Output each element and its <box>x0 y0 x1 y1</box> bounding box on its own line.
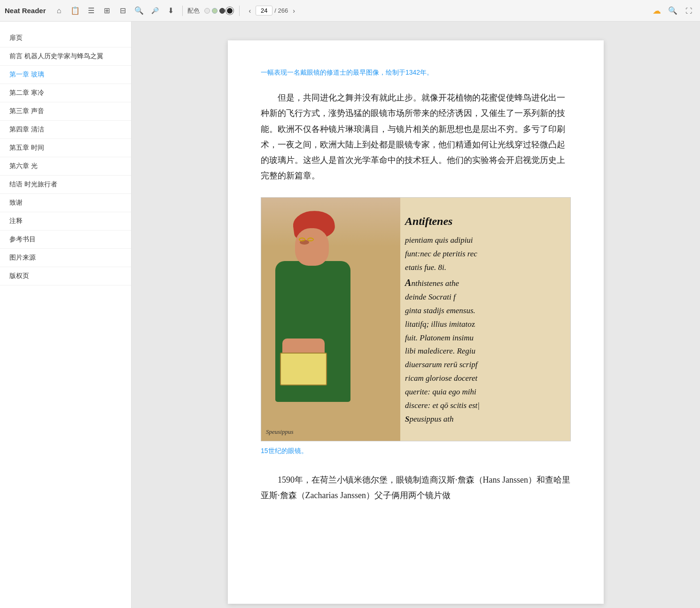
file-icon[interactable]: 📋 <box>69 4 82 17</box>
menu-icon[interactable]: ☰ <box>85 4 98 17</box>
toolbar: Neat Reader ⌂ 📋 ☰ ⊞ ⊟ 🔍 🔎 ⬇ 配色 ‹ / 266 ›… <box>0 0 700 22</box>
page-navigation: ‹ / 266 › <box>246 6 298 15</box>
search-icon-1[interactable]: 🔍 <box>132 4 146 17</box>
app-title: Neat Reader <box>5 7 46 15</box>
image-caption: 15世纪的眼镜。 <box>261 447 571 455</box>
sidebar-item-image-sources[interactable]: 图片来源 <box>0 249 131 267</box>
color-dot-1[interactable] <box>204 8 210 14</box>
image-right-text: Antiftenes pientiam quis adipiui funt:ne… <box>400 198 570 441</box>
grid-icon[interactable]: ⊞ <box>101 4 114 17</box>
color-dot-2[interactable] <box>212 8 218 14</box>
main-layout: 扉页 前言 机器人历史学家与蜂鸟之翼 第一章 玻璃 第二章 寒冷 第三章 声音 … <box>0 22 700 608</box>
image-subscript-left: Speusippus <box>266 428 294 435</box>
next-page-button[interactable]: › <box>290 6 298 15</box>
sidebar-item-ch1[interactable]: 第一章 玻璃 <box>0 66 131 84</box>
sidebar-item-ch3[interactable]: 第三章 声音 <box>0 102 131 121</box>
sidebar-item-notes[interactable]: 注释 <box>0 212 131 231</box>
sidebar-item-ch6[interactable]: 第六章 光 <box>0 157 131 176</box>
separator-1 <box>182 6 183 16</box>
image-latin-text: pientiam quis adipiui funt:nec de pterit… <box>405 234 480 426</box>
page-document: 一幅表现一名戴眼镜的修道士的最早图像，绘制于1342年。 但是，共同进化之舞并没… <box>228 40 604 604</box>
color-dots <box>204 8 233 14</box>
woodcut-image: Speusippus Antiftenes pientiam quis adip… <box>261 197 571 441</box>
color-label: 配色 <box>187 7 200 15</box>
fullscreen-icon[interactable]: ⛶ <box>682 4 695 17</box>
image-title: Antiftenes <box>405 212 452 230</box>
sidebar-item-copyright[interactable]: 版权页 <box>0 267 131 285</box>
color-dot-4[interactable] <box>227 8 233 14</box>
search-icon-2[interactable]: 🔎 <box>148 4 162 17</box>
sidebar-item-cover[interactable]: 扉页 <box>0 29 131 47</box>
download-icon[interactable]: ⬇ <box>164 4 178 17</box>
top-caption: 一幅表现一名戴眼镜的修道士的最早图像，绘制于1342年。 <box>261 69 571 77</box>
page-total: / 266 <box>274 7 288 14</box>
sidebar-item-ch5[interactable]: 第五章 时间 <box>0 139 131 157</box>
image-left-illustration: Speusippus <box>261 198 400 441</box>
cloud-sync-icon[interactable]: ☁ <box>650 4 663 17</box>
sidebar: 扉页 前言 机器人历史学家与蜂鸟之翼 第一章 玻璃 第二章 寒冷 第三章 声音 … <box>0 22 132 608</box>
sidebar-item-conclusion[interactable]: 结语 时光旅行者 <box>0 176 131 194</box>
paragraph-1: 但是，共同进化之舞并没有就此止步。就像开花植物的花蜜促使蜂鸟进化出一种新的飞行方… <box>261 90 571 184</box>
sidebar-item-foreword[interactable]: 前言 机器人历史学家与蜂鸟之翼 <box>0 47 131 66</box>
separator-2 <box>239 6 240 16</box>
sidebar-item-acknowledgements[interactable]: 致谢 <box>0 194 131 212</box>
search-icon-3[interactable]: 🔍 <box>666 4 679 17</box>
sidebar-item-ch2[interactable]: 第二章 寒冷 <box>0 84 131 102</box>
prev-page-button[interactable]: ‹ <box>246 6 254 15</box>
home-icon[interactable]: ⌂ <box>53 4 66 17</box>
table-icon[interactable]: ⊟ <box>117 4 130 17</box>
page-number-input[interactable] <box>256 6 272 15</box>
content-area[interactable]: 一幅表现一名戴眼镜的修道士的最早图像，绘制于1342年。 但是，共同进化之舞并没… <box>132 22 700 608</box>
color-dot-3[interactable] <box>219 8 225 14</box>
sidebar-item-ch4[interactable]: 第四章 清洁 <box>0 121 131 139</box>
sidebar-item-references[interactable]: 参考书目 <box>0 231 131 249</box>
paragraph-2: 1590年，在荷兰小镇米德尔堡，眼镜制造商汉斯·詹森（Hans Janssen）… <box>261 472 571 504</box>
